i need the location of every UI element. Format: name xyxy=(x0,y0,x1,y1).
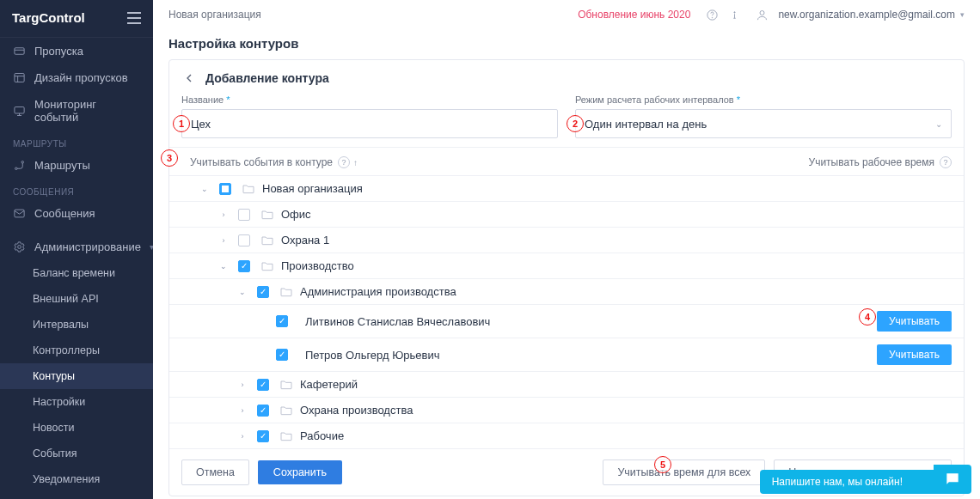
card-icon xyxy=(13,45,26,58)
tree-row-label: Петров Ольгерд Юрьевич xyxy=(305,349,440,362)
section-routes: МАРШРУТЫ xyxy=(0,131,153,152)
tree-row: ⌄Администрация производства xyxy=(169,279,964,305)
svg-rect-2 xyxy=(15,106,24,113)
name-label: Название * xyxy=(181,94,558,105)
monitor-icon xyxy=(13,105,26,118)
sidebar-item[interactable]: Контроллеры xyxy=(0,338,153,363)
checkbox[interactable] xyxy=(257,379,269,391)
chat-icon xyxy=(934,465,971,494)
svg-point-10 xyxy=(760,10,764,15)
chevron-down-icon[interactable]: ⌄ xyxy=(236,288,248,296)
sidebar-item-label: Интервалы xyxy=(33,319,89,331)
svg-point-3 xyxy=(15,167,18,170)
checkbox[interactable] xyxy=(238,209,250,221)
topbar: Новая организация Обновление июнь 2020 n… xyxy=(153,0,980,29)
cancel-button[interactable]: Отмена xyxy=(181,459,249,485)
count-button[interactable]: Учитывать xyxy=(877,311,952,332)
sidebar-item-label: Баланс времени xyxy=(33,267,115,279)
update-notice[interactable]: Обновление июнь 2020 xyxy=(578,9,690,21)
tree-row: ›Офис xyxy=(169,202,964,228)
sidebar-item[interactable]: Уведомления xyxy=(0,466,153,492)
svg-rect-0 xyxy=(15,48,24,55)
user-menu[interactable]: new.organization.example@gmail.com ▾ xyxy=(750,5,965,24)
annotation-3: 3 xyxy=(161,149,178,167)
tree-row-label: Рабочие xyxy=(300,429,344,442)
chevron-down-icon: ▾ xyxy=(960,10,965,19)
sidebar-item[interactable]: Внешний API xyxy=(0,286,153,312)
folder-icon xyxy=(260,234,274,246)
help-icon[interactable] xyxy=(702,5,721,24)
sidebar-item-label: Настройки xyxy=(33,396,85,408)
checkbox[interactable] xyxy=(257,286,269,298)
svg-rect-1 xyxy=(15,74,24,82)
tree-row-label: Производство xyxy=(281,259,354,272)
sidebar-item[interactable]: Настройки xyxy=(0,389,153,415)
sidebar-item[interactable]: Маршруты xyxy=(0,152,153,179)
tree-header: Учитывать события в контуре ? ↑ Учитыват… xyxy=(169,147,964,175)
checkbox[interactable] xyxy=(257,405,269,417)
count-button[interactable]: Учитывать xyxy=(877,344,952,365)
card-title: Добавление контура xyxy=(205,71,329,85)
name-input[interactable] xyxy=(181,109,558,138)
tree-row: Петров Ольгерд ЮрьевичУчитывать xyxy=(169,338,964,372)
chat-text: Напишите нам, мы онлайн! xyxy=(760,470,937,494)
help-icon[interactable]: ? xyxy=(338,156,350,168)
gear-icon xyxy=(13,240,26,253)
tree-header-left: Учитывать события в контуре xyxy=(190,156,333,168)
chevron-down-icon[interactable]: ⌄ xyxy=(199,185,211,193)
sidebar-item[interactable]: Интервалы xyxy=(0,312,153,338)
checkbox[interactable] xyxy=(276,315,288,327)
chevron-right-icon[interactable]: › xyxy=(217,236,230,245)
chevron-right-icon[interactable]: › xyxy=(236,380,248,389)
sidebar-item[interactable]: Дизайн пропусков xyxy=(0,64,153,91)
checkbox[interactable] xyxy=(219,183,231,195)
chevron-right-icon[interactable]: › xyxy=(236,406,248,415)
mode-label: Режим расчета рабочих интервалов * xyxy=(575,94,952,105)
svg-point-8 xyxy=(712,17,713,18)
annotation-4: 4 xyxy=(859,308,876,326)
sidebar-item[interactable]: Пропуска xyxy=(0,38,153,64)
sidebar-item[interactable]: Сообщения xyxy=(0,200,153,227)
save-button[interactable]: Сохранить xyxy=(258,460,342,484)
tree-row: ⌄Новая организация xyxy=(169,176,964,202)
menu-toggle-icon[interactable] xyxy=(127,12,141,24)
chevron-down-icon[interactable]: ⌄ xyxy=(217,262,230,271)
mode-select[interactable]: Один интервал на день ⌄ xyxy=(575,109,952,138)
tree-row: ›Охрана производства xyxy=(169,398,964,423)
svg-point-9 xyxy=(734,11,735,12)
svg-rect-5 xyxy=(15,210,24,217)
sidebar-item-label: Контроллеры xyxy=(33,344,100,356)
card: Добавление контура Название * 1 Режим ра… xyxy=(168,59,965,496)
sidebar-item[interactable]: События xyxy=(0,441,153,466)
tree-row: ⌄Производство xyxy=(169,253,964,279)
sidebar-item-admin[interactable]: Администрирование ▾ xyxy=(0,234,153,260)
checkbox[interactable] xyxy=(238,260,250,272)
chevron-right-icon[interactable]: › xyxy=(236,432,248,441)
sidebar-item[interactable]: Контуры xyxy=(0,363,153,389)
count-all-button[interactable]: Учитывать время для всех xyxy=(603,459,765,485)
checkbox[interactable] xyxy=(276,349,288,361)
checkbox[interactable] xyxy=(238,234,250,246)
sort-icon[interactable]: ↑ xyxy=(353,158,358,167)
folder-icon xyxy=(279,430,293,442)
sidebar-item[interactable]: Новости xyxy=(0,415,153,441)
tree-row-label: Администрация производства xyxy=(300,285,456,298)
back-icon[interactable] xyxy=(181,70,197,86)
sidebar-item-label: Сообщения xyxy=(34,207,95,220)
info-icon[interactable] xyxy=(725,5,744,24)
sidebar: TargControl ПропускаДизайн пропусковМони… xyxy=(0,0,153,499)
chat-widget[interactable]: Напишите нам, мы онлайн! xyxy=(760,465,971,494)
folder-icon xyxy=(242,183,255,195)
checkbox[interactable] xyxy=(257,430,269,442)
help-icon[interactable]: ? xyxy=(940,156,952,168)
tree-row: ›Рабочие xyxy=(169,423,964,449)
sidebar-item-label: События xyxy=(33,447,77,459)
sidebar-item-label: Контуры xyxy=(33,370,75,382)
section-messages: СООБЩЕНИЯ xyxy=(0,179,153,200)
sidebar-item[interactable]: Баланс времени xyxy=(0,260,153,286)
tree-row-label: Новая организация xyxy=(262,182,363,195)
user-icon xyxy=(752,5,771,24)
folder-icon xyxy=(260,209,274,221)
chevron-right-icon[interactable]: › xyxy=(217,210,230,219)
sidebar-item[interactable]: Мониторинг событий xyxy=(0,91,153,131)
